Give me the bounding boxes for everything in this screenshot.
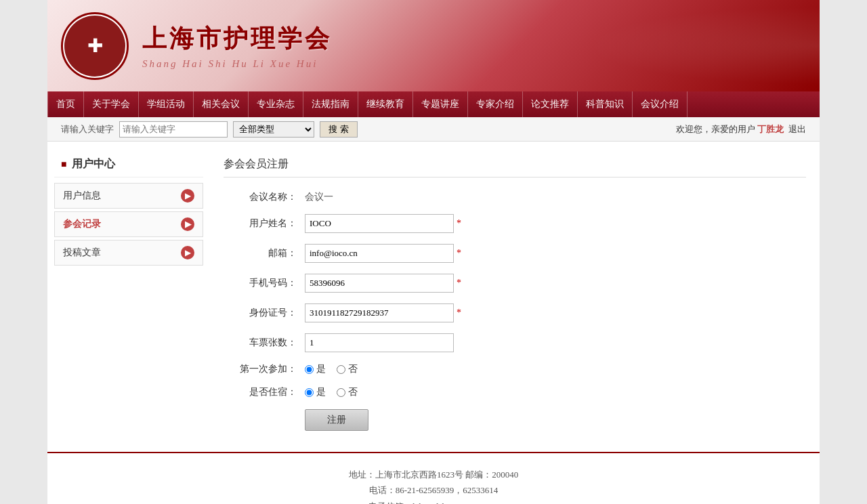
- accommodation-yes-text: 是: [316, 386, 326, 398]
- form-row-first-time: 第一次参加： 是 否: [224, 363, 806, 375]
- welcome-text: 欢迎您，亲爱的用户: [676, 124, 755, 134]
- nav-item-papers[interactable]: 论文推荐: [523, 91, 578, 117]
- required-mark: *: [457, 248, 461, 259]
- form-row-meeting: 会议名称： 会议一: [224, 191, 806, 203]
- accommodation-yes-radio[interactable]: [305, 388, 314, 397]
- accommodation-radio-group: 是 否: [305, 386, 358, 398]
- sidebar: 用户中心 用户信息 ▶ 参会记录 ▶ 投稿文章 ▶: [47, 152, 210, 442]
- id-input[interactable]: [305, 303, 454, 322]
- nav-item-conference[interactable]: 会议介绍: [633, 91, 688, 117]
- content-area: 参会会员注册 会议名称： 会议一 用户姓名： * 邮箱： * 手机号: [210, 152, 820, 442]
- arrow-icon: ▶: [181, 217, 194, 231]
- nav-item-groups[interactable]: 学组活动: [139, 91, 194, 117]
- username-label: 用户姓名：: [224, 217, 305, 230]
- email-input[interactable]: [305, 244, 454, 263]
- main-wrapper: 用户中心 用户信息 ▶ 参会记录 ▶ 投稿文章 ▶ 参会会员注册 会议名称： 会…: [47, 142, 820, 452]
- required-mark: *: [457, 278, 461, 289]
- nav-item-about[interactable]: 关于学会: [84, 91, 139, 117]
- sidebar-item-label: 用户信息: [63, 190, 101, 202]
- form-row-id: 身份证号： *: [224, 303, 806, 322]
- site-subtitle: Shang Hai Shi Hu Li Xue Hui: [142, 58, 332, 70]
- arrow-icon: ▶: [181, 246, 194, 259]
- search-type-select[interactable]: 全部类型: [233, 121, 314, 138]
- accommodation-no-label[interactable]: 否: [337, 386, 358, 398]
- required-mark: *: [457, 308, 461, 318]
- footer-address: 地址：上海市北京西路1623号 邮编：200040: [47, 467, 820, 482]
- nav-item-education[interactable]: 继续教育: [358, 91, 413, 117]
- accommodation-yes-label[interactable]: 是: [305, 386, 326, 398]
- form-row-submit: 注册: [224, 409, 806, 431]
- nav-item-laws[interactable]: 法规指南: [303, 91, 358, 117]
- first-time-no-radio[interactable]: [337, 365, 345, 374]
- first-time-yes-label[interactable]: 是: [305, 363, 326, 375]
- sidebar-item-user-info[interactable]: 用户信息 ▶: [54, 183, 203, 209]
- welcome-area: 欢迎您，亲爱的用户 丁胜龙 退出: [673, 123, 807, 135]
- nav-item-meetings[interactable]: 相关会议: [194, 91, 249, 117]
- form-row-phone: 手机号码： *: [224, 274, 806, 293]
- nav-item-lectures[interactable]: 专题讲座: [413, 91, 468, 117]
- phone-label: 手机号码：: [224, 277, 305, 289]
- registration-form: 会议名称： 会议一 用户姓名： * 邮箱： * 手机号码： *: [224, 191, 806, 431]
- search-button[interactable]: 搜 索: [320, 121, 358, 138]
- search-input[interactable]: [119, 121, 228, 138]
- first-time-radio-group: 是 否: [305, 363, 358, 375]
- first-time-no-label[interactable]: 否: [337, 363, 358, 375]
- username-input[interactable]: [305, 214, 454, 233]
- form-row-username: 用户姓名： *: [224, 214, 806, 233]
- nav-item-journal[interactable]: 专业杂志: [249, 91, 303, 117]
- first-time-yes-radio[interactable]: [305, 365, 314, 374]
- accommodation-no-text: 否: [348, 386, 358, 398]
- logo-icon: [64, 16, 125, 77]
- meeting-label: 会议名称：: [224, 191, 305, 203]
- phone-input[interactable]: [305, 274, 454, 293]
- search-label: 请输入关键字: [61, 123, 114, 135]
- sidebar-item-label: 投稿文章: [63, 247, 101, 259]
- footer-phone: 电话：86-21-62565939，62533614: [47, 482, 820, 498]
- username-link[interactable]: 丁胜龙: [757, 124, 784, 134]
- register-button[interactable]: 注册: [305, 409, 368, 431]
- tickets-label: 车票张数：: [224, 337, 305, 349]
- first-time-no-text: 否: [348, 363, 358, 375]
- logo-text: 上海市护理学会 Shang Hai Shi Hu Li Xue Hui: [142, 22, 332, 70]
- accommodation-no-radio[interactable]: [337, 388, 345, 397]
- page-title: 参会会员注册: [224, 152, 806, 177]
- form-row-tickets: 车票张数：: [224, 333, 806, 352]
- footer: 地址：上海市北京西路1623号 邮编：200040 电话：86-21-62565…: [47, 452, 820, 504]
- arrow-icon: ▶: [181, 189, 194, 203]
- nav-item-home[interactable]: 首页: [47, 91, 84, 117]
- footer-email: 电子信箱：labmedsh@vip.163.com: [47, 499, 820, 504]
- required-mark: *: [457, 218, 461, 229]
- site-title: 上海市护理学会: [142, 22, 332, 56]
- sidebar-item-label: 参会记录: [63, 218, 101, 230]
- id-label: 身份证号：: [224, 307, 305, 319]
- tickets-input[interactable]: [305, 333, 454, 352]
- nav-item-science[interactable]: 科普知识: [578, 91, 633, 117]
- logo-area: 上海市护理学会 Shang Hai Shi Hu Li Xue Hui: [47, 12, 332, 80]
- email-label: 邮箱：: [224, 247, 305, 259]
- main-nav: 首页 关于学会 学组活动 相关会议 专业杂志 法规指南 继续教育 专题讲座 专家…: [47, 91, 820, 117]
- accommodation-label: 是否住宿：: [224, 386, 305, 398]
- logo-circle: [61, 12, 129, 80]
- form-row-accommodation: 是否住宿： 是 否: [224, 386, 806, 398]
- meeting-value: 会议一: [305, 191, 333, 203]
- first-time-label: 第一次参加：: [224, 363, 305, 375]
- sidebar-item-meeting-records[interactable]: 参会记录 ▶: [54, 211, 203, 237]
- nav-item-experts[interactable]: 专家介绍: [468, 91, 523, 117]
- logout-link[interactable]: 退出: [788, 124, 806, 134]
- sidebar-item-articles[interactable]: 投稿文章 ▶: [54, 240, 203, 266]
- sidebar-title: 用户中心: [54, 152, 203, 177]
- search-bar: 请输入关键字 全部类型 搜 索 欢迎您，亲爱的用户 丁胜龙 退出: [47, 117, 820, 142]
- form-row-email: 邮箱： *: [224, 244, 806, 263]
- first-time-yes-text: 是: [316, 363, 326, 375]
